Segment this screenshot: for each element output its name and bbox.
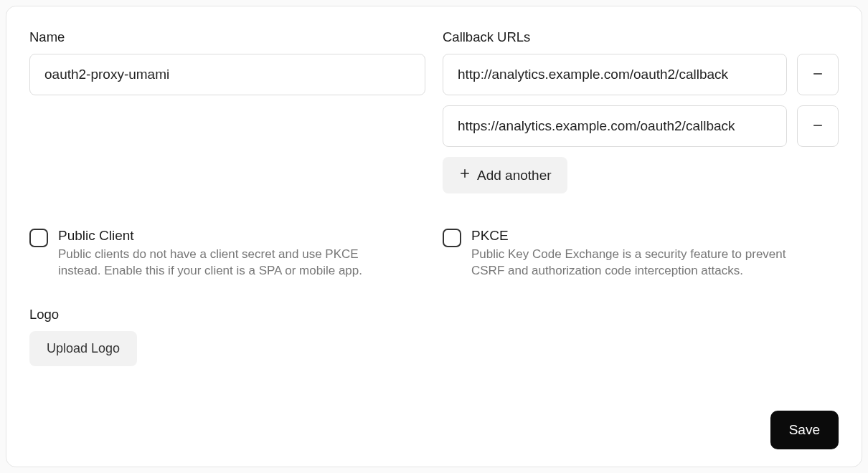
minus-icon — [811, 67, 824, 82]
minus-icon — [811, 119, 824, 134]
pkce-checkbox[interactable] — [443, 229, 461, 247]
pkce-label: PKCE — [471, 228, 816, 244]
pkce-checkbox-block: PKCE Public Key Code Exchange is a secur… — [443, 228, 839, 280]
oauth-client-form-card: Name Callback URLs — [6, 6, 862, 467]
pkce-description: Public Key Code Exchange is a security f… — [471, 247, 816, 280]
name-input[interactable] — [29, 54, 425, 95]
add-callback-label: Add another — [477, 168, 552, 183]
public-client-label: Public Client — [58, 228, 402, 244]
name-label: Name — [29, 29, 425, 45]
upload-logo-button[interactable]: Upload Logo — [29, 331, 137, 366]
checkbox-row: Public Client Public clients do not have… — [29, 228, 839, 280]
logo-section: Logo Upload Logo — [29, 307, 839, 366]
form-top-row: Name Callback URLs — [29, 29, 839, 194]
callback-url-row — [443, 54, 839, 95]
public-client-checkbox-block: Public Client Public clients do not have… — [29, 228, 425, 280]
public-client-description: Public clients do not have a client secr… — [58, 247, 402, 280]
remove-callback-button[interactable] — [797, 105, 839, 147]
add-callback-button[interactable]: Add another — [443, 157, 567, 194]
public-client-checkbox[interactable] — [29, 229, 48, 247]
callback-url-row — [443, 105, 839, 147]
pkce-text: PKCE Public Key Code Exchange is a secur… — [471, 228, 816, 280]
save-row: Save — [29, 411, 839, 449]
save-button[interactable]: Save — [770, 411, 839, 449]
name-field-group: Name — [29, 29, 425, 194]
save-label: Save — [789, 422, 820, 437]
public-client-text: Public Client Public clients do not have… — [58, 228, 402, 280]
remove-callback-button[interactable] — [797, 54, 839, 95]
callback-url-input[interactable] — [443, 105, 787, 147]
callback-url-input[interactable] — [443, 54, 787, 95]
callback-urls-label: Callback URLs — [443, 29, 839, 45]
plus-icon — [458, 167, 471, 183]
upload-logo-label: Upload Logo — [47, 341, 120, 356]
callback-field-group: Callback URLs — [443, 29, 839, 194]
logo-label: Logo — [29, 307, 839, 322]
